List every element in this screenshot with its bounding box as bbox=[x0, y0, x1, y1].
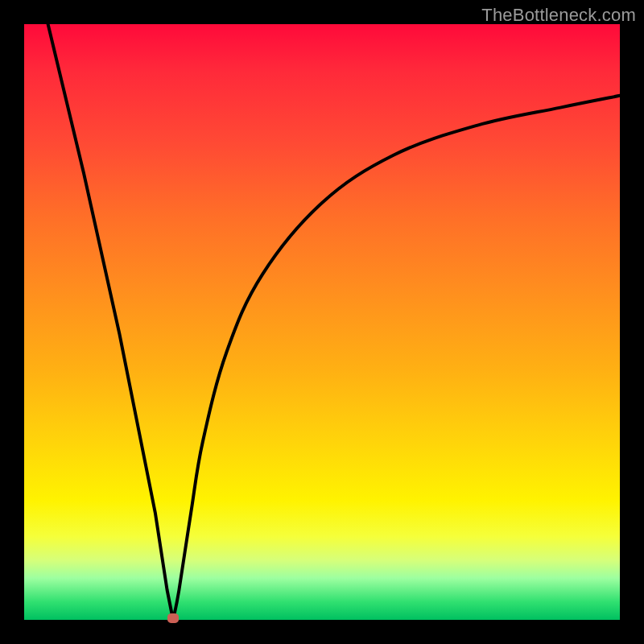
minimum-marker bbox=[167, 613, 179, 623]
chart-frame: TheBottleneck.com bbox=[0, 0, 644, 644]
watermark-text: TheBottleneck.com bbox=[481, 5, 636, 26]
plot-area bbox=[24, 24, 620, 620]
bottleneck-curve bbox=[24, 24, 620, 620]
